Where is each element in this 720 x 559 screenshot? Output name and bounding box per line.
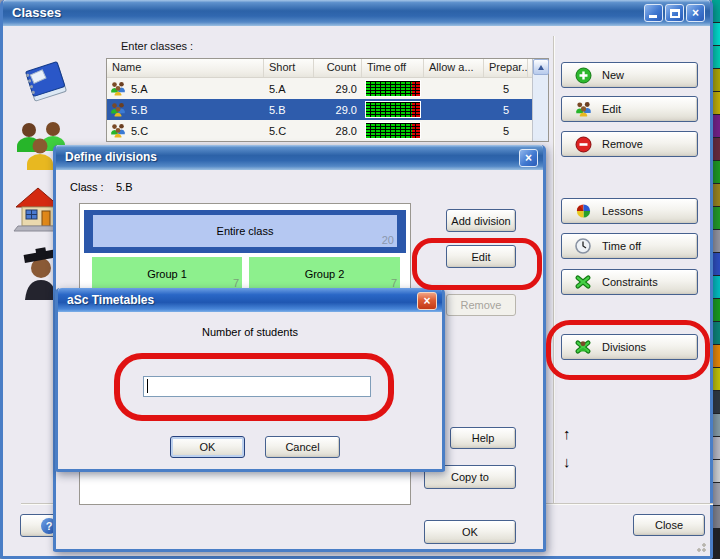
classes-titlebar: Classes × — [3, 0, 710, 26]
close-button[interactable]: × — [686, 4, 705, 22]
move-down-arrow[interactable]: ↓ — [563, 453, 571, 470]
group-1-label: Group 1 — [147, 268, 187, 280]
constraints-button-label: Constraints — [602, 276, 658, 288]
row-count: 28.0 — [314, 125, 362, 137]
close-button-label: Close — [655, 519, 683, 531]
edit-division-label: Edit — [472, 251, 491, 263]
row-count: 29.0 — [314, 104, 362, 116]
entire-class-bar[interactable]: Entire class 20 — [93, 215, 397, 247]
maximize-icon — [670, 9, 680, 18]
row-name: 5.C — [131, 125, 148, 137]
prompt-ok-label: OK — [200, 441, 216, 453]
remove-division-label: Remove — [461, 299, 502, 311]
row-short: 5.C — [264, 125, 314, 137]
time-off-button-label: Time off — [602, 240, 641, 252]
header-prepar[interactable]: Prepar... — [484, 59, 528, 77]
class-people-icon — [110, 123, 126, 138]
header-count[interactable]: Count — [314, 59, 362, 77]
entire-class-label: Entire class — [217, 225, 274, 237]
entire-class-row[interactable]: Entire class 20 — [84, 210, 406, 253]
lessons-button-label: Lessons — [602, 205, 643, 217]
remove-button[interactable]: Remove — [561, 131, 698, 157]
number-of-students-input[interactable] — [143, 376, 371, 397]
row-short: 5.A — [264, 83, 314, 95]
maximize-button[interactable] — [665, 4, 684, 22]
table-row-5b-selected[interactable]: 5.B 5.B 29.0 5 — [107, 99, 548, 120]
row-prepar: 5 — [484, 83, 528, 95]
lessons-pie-icon — [573, 203, 593, 219]
help-button-label: Help — [472, 432, 495, 444]
close-icon: × — [423, 294, 430, 308]
table-row-5a[interactable]: 5.A 5.A 29.0 5 — [107, 78, 548, 99]
prompt-ok-button[interactable]: OK — [170, 436, 245, 458]
vertical-separator — [553, 36, 555, 504]
edit-button-label: Edit — [602, 103, 621, 115]
minimize-icon — [649, 15, 657, 18]
notebook-icon — [21, 56, 71, 110]
clock-icon — [573, 238, 593, 254]
divisions-titlebar: Define divisions × — [56, 145, 543, 170]
timeoff-grid — [365, 122, 421, 139]
prompt-cancel-button[interactable]: Cancel — [265, 436, 340, 458]
prompt-titlebar: aSc Timetables × — [58, 288, 442, 312]
row-name: 5.A — [131, 83, 148, 95]
close-icon: × — [525, 151, 532, 165]
asc-timetables-prompt: aSc Timetables × Number of students OK C… — [55, 288, 445, 472]
row-prepar: 5 — [484, 125, 528, 137]
prompt-message: Number of students — [58, 326, 442, 338]
scroll-up-arrow-icon[interactable] — [533, 59, 549, 75]
group-2-bar[interactable]: Group 2 7 — [249, 257, 400, 290]
resize-grip[interactable] — [694, 540, 706, 552]
entire-class-count: 20 — [382, 234, 394, 246]
table-scrollbar[interactable] — [532, 59, 548, 141]
group-1-bar[interactable]: Group 1 7 — [92, 257, 242, 290]
constraints-button[interactable]: Constraints — [561, 269, 698, 295]
prompt-close-button[interactable]: × — [417, 292, 437, 310]
text-caret — [147, 379, 148, 393]
header-short[interactable]: Short — [264, 59, 314, 77]
class-value: 5.B — [116, 181, 133, 193]
divisions-ok-button[interactable]: OK — [424, 520, 516, 544]
new-button[interactable]: New — [561, 62, 698, 88]
close-icon: × — [692, 6, 699, 20]
divisions-button-label: Divisions — [602, 341, 646, 353]
minimize-button[interactable] — [644, 4, 663, 22]
timeoff-grid — [365, 80, 421, 97]
remove-button-label: Remove — [602, 138, 643, 150]
prompt-cancel-label: Cancel — [285, 441, 319, 453]
add-division-button[interactable]: Add division — [446, 209, 516, 232]
time-off-button[interactable]: Time off — [561, 233, 698, 259]
classes-table: Name Short Count Time off Allow a... Pre… — [106, 58, 549, 142]
add-division-label: Add division — [451, 215, 510, 227]
help-button[interactable]: Help — [450, 427, 516, 449]
header-allow[interactable]: Allow a... — [424, 59, 484, 77]
green-x-icon — [573, 274, 593, 290]
row-prepar: 5 — [484, 104, 528, 116]
minus-icon — [573, 136, 593, 153]
header-timeoff[interactable]: Time off — [362, 59, 424, 77]
edit-button[interactable]: Edit — [561, 96, 698, 122]
people-icon — [573, 101, 593, 117]
class-people-icon — [110, 102, 126, 117]
close-window-button[interactable]: Close — [633, 514, 705, 536]
timeoff-grid — [365, 101, 421, 118]
enter-classes-label: Enter classes : — [121, 40, 193, 52]
divisions-button[interactable]: Divisions — [561, 334, 698, 360]
table-row-5c[interactable]: 5.C 5.C 28.0 5 — [107, 120, 548, 141]
group-2-label: Group 2 — [305, 268, 345, 280]
row-count: 29.0 — [314, 83, 362, 95]
move-up-arrow[interactable]: ↑ — [563, 425, 571, 442]
background-timetable-strip — [712, 0, 720, 559]
class-label: Class : — [70, 181, 104, 193]
divisions-icon — [573, 339, 593, 355]
edit-division-button[interactable]: Edit — [446, 245, 516, 268]
divisions-close-button[interactable]: × — [519, 149, 538, 167]
row-short: 5.B — [264, 104, 314, 116]
plus-icon — [573, 67, 593, 84]
window-title: Classes — [12, 5, 61, 20]
table-header-row: Name Short Count Time off Allow a... Pre… — [107, 59, 548, 78]
remove-division-button[interactable]: Remove — [446, 294, 516, 316]
divisions-dialog-title: Define divisions — [65, 150, 157, 164]
header-name[interactable]: Name — [107, 59, 264, 77]
lessons-button[interactable]: Lessons — [561, 198, 698, 224]
